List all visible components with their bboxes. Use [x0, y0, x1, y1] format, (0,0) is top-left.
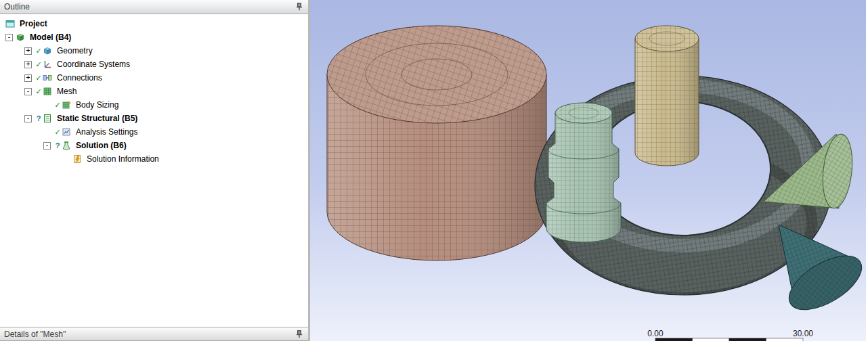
- ruler-end-label: 30.00: [793, 329, 813, 338]
- geometry-viewport[interactable]: 0.00 30.00: [310, 0, 868, 341]
- check-icon: ✓: [35, 47, 43, 55]
- collapse-icon[interactable]: -: [43, 142, 51, 150]
- ruler-bar: [655, 338, 803, 341]
- outline-panel-header: Outline: [0, 0, 308, 14]
- question-icon: ?: [53, 141, 62, 150]
- geometry-icon: [43, 46, 53, 55]
- tree-item-analysis-settings[interactable]: ✓ Analysis Settings: [0, 125, 308, 139]
- project-icon: [5, 19, 16, 28]
- collapse-icon[interactable]: -: [24, 115, 32, 122]
- expand-icon[interactable]: +: [24, 47, 32, 55]
- tree-item-connections[interactable]: + ✓ Connections: [0, 71, 308, 85]
- analysis-settings-icon: [62, 127, 72, 137]
- tree-item-project[interactable]: Project: [0, 17, 308, 30]
- check-icon: ✓: [53, 101, 62, 110]
- collapse-icon[interactable]: -: [5, 34, 13, 41]
- question-icon: ?: [35, 114, 43, 122]
- coordinate-systems-icon: [43, 60, 53, 69]
- pin-icon[interactable]: [295, 329, 304, 339]
- outline-panel: Outline Project - Model (B4) + ✓ Geometr…: [0, 0, 310, 341]
- ruler-start-label: 0.00: [647, 329, 664, 338]
- expand-icon[interactable]: +: [24, 61, 32, 68]
- check-icon: ✓: [35, 60, 43, 69]
- tree-item-coordinate-systems[interactable]: + ✓ Coordinate Systems: [0, 58, 308, 71]
- tree-item-geometry[interactable]: + ✓ Geometry: [0, 44, 308, 58]
- tree-item-solution[interactable]: - ? Solution (B6): [0, 139, 308, 152]
- pin-icon[interactable]: [295, 2, 304, 12]
- tree-item-body-sizing[interactable]: ✓ Body Sizing: [0, 98, 308, 112]
- outline-tree: Project - Model (B4) + ✓ Geometry + ✓ Co…: [0, 14, 308, 327]
- connections-icon: [43, 73, 53, 83]
- expand-icon[interactable]: +: [24, 74, 32, 82]
- details-panel-header: Details of "Mesh": [0, 327, 308, 341]
- meshed-stepped-shaft-body[interactable]: [546, 103, 621, 242]
- check-icon: ✓: [53, 128, 62, 137]
- large-meshed-cylinder-body[interactable]: [327, 26, 546, 260]
- check-icon: ✓: [35, 87, 43, 96]
- solution-icon: [62, 141, 72, 150]
- model-icon: [16, 32, 26, 42]
- tree-item-model[interactable]: - Model (B4): [0, 30, 308, 44]
- tree-item-static-structural[interactable]: - ? Static Structural (B5): [0, 112, 308, 125]
- collapse-icon[interactable]: -: [24, 88, 32, 95]
- outline-title: Outline: [4, 2, 295, 12]
- tree-item-mesh[interactable]: - ✓ Mesh: [0, 85, 308, 98]
- small-meshed-cylinder-body[interactable]: [635, 26, 699, 166]
- body-sizing-icon: [62, 100, 72, 110]
- static-structural-icon: [43, 114, 53, 123]
- solution-information-icon: [72, 154, 83, 164]
- check-icon: ✓: [35, 74, 43, 83]
- viewport-3d-scene[interactable]: 0.00 30.00: [310, 0, 866, 341]
- tree-item-solution-information[interactable]: Solution Information: [0, 152, 308, 166]
- mesh-icon: [43, 87, 53, 96]
- details-title: Details of "Mesh": [4, 329, 295, 339]
